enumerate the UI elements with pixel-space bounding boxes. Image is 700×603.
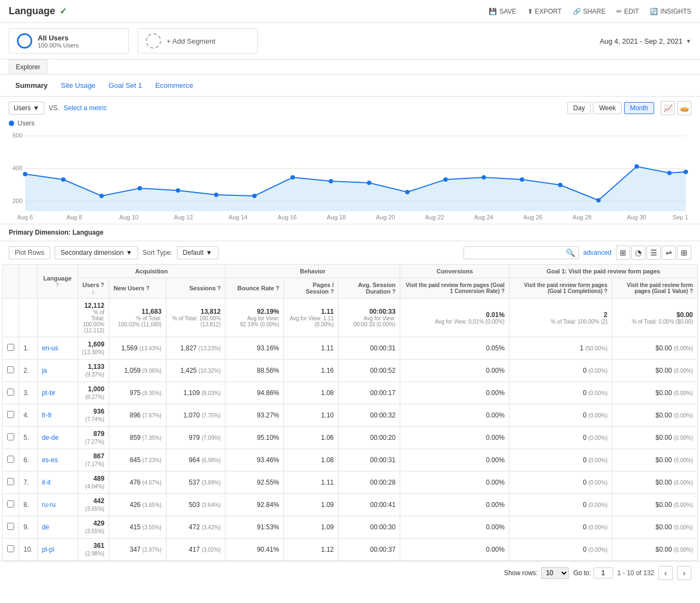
col-new-users[interactable]: New Users ? — [109, 278, 167, 298]
col-completions[interactable]: Visit the paid review form pages (Goal 1… — [509, 278, 612, 298]
tab-site-usage[interactable]: Site Usage — [54, 79, 102, 92]
lang-link[interactable]: en-us — [42, 344, 58, 352]
svg-point-23 — [634, 164, 639, 169]
col-sessions[interactable]: Sessions ? — [166, 278, 225, 298]
share-button[interactable]: 🔗 SHARE — [573, 8, 606, 15]
row-checkbox[interactable] — [7, 478, 14, 485]
tab-ecommerce[interactable]: Ecommerce — [149, 79, 199, 92]
row-checkbox[interactable] — [7, 500, 14, 508]
date-range-selector[interactable]: Aug 4, 2021 - Sep 2, 2021 ▼ — [600, 37, 691, 45]
pie-view-icon[interactable]: ◔ — [631, 246, 645, 260]
explorer-tab[interactable]: Explorer — [9, 59, 48, 74]
row-checkbox-cell[interactable] — [3, 360, 19, 382]
row-checkbox[interactable] — [7, 545, 14, 552]
search-input[interactable] — [467, 249, 566, 256]
row-pages-cell: 1.08 — [284, 449, 339, 471]
week-button[interactable]: Week — [593, 102, 621, 114]
plot-rows-button[interactable]: Plot Rows — [9, 246, 50, 259]
row-checkbox-cell[interactable] — [3, 516, 19, 539]
insights-button[interactable]: 🔄 INSIGHTS — [650, 8, 691, 15]
grid-view-icon[interactable]: ⊞ — [616, 246, 630, 260]
data-table-container: Language ? Acquisition Behavior Conversi… — [0, 264, 700, 561]
col-bounce-rate[interactable]: Bounce Rate ? — [226, 278, 284, 298]
row-conv-rate-cell: 0.05% — [400, 337, 509, 360]
export-button[interactable]: ⬆ EXPORT — [527, 8, 562, 15]
lang-link[interactable]: pt-br — [42, 389, 56, 397]
tab-goal-set-1[interactable]: Goal Set 1 — [102, 79, 149, 92]
pie-chart-icon[interactable]: 🥧 — [677, 101, 691, 115]
row-checkbox-cell[interactable] — [3, 471, 19, 494]
row-completions-cell: 0 (0.00%) — [509, 360, 612, 382]
row-checkbox-cell[interactable] — [3, 427, 19, 449]
totals-duration-cell: 00:00:33 Avg for View: 00:00:33 (0.00%) — [339, 298, 400, 337]
col-value[interactable]: Visit the paid review form pages (Goal 1… — [612, 278, 698, 298]
table-row: 5. de-de 879 (7.27%) 859 (7.35%) 979 (7.… — [3, 427, 698, 449]
next-page-button[interactable]: › — [677, 566, 691, 580]
add-segment-button[interactable]: + Add Segment — [138, 28, 258, 53]
lang-link[interactable]: ru-ru — [42, 501, 56, 509]
row-checkbox[interactable] — [7, 456, 14, 463]
lang-link[interactable]: de-de — [42, 434, 59, 441]
row-lang-cell: en-us — [37, 337, 78, 360]
row-checkbox[interactable] — [7, 344, 14, 351]
row-users-cell: 429 (3.55%) — [78, 516, 109, 539]
month-button[interactable]: Month — [624, 102, 654, 114]
prev-page-button[interactable]: ‹ — [659, 566, 673, 580]
col-avg-duration[interactable]: Avg. Session Duration ? — [339, 278, 400, 298]
row-sessions-cell: 964 (6.98%) — [166, 449, 225, 471]
row-duration-cell: 00:00:20 — [339, 427, 400, 449]
edit-button[interactable]: ✏ EDIT — [616, 8, 639, 15]
day-button[interactable]: Day — [567, 102, 591, 114]
row-checkbox[interactable] — [7, 433, 14, 440]
sort-chevron-icon: ▼ — [206, 249, 212, 256]
lang-link[interactable]: ja — [42, 367, 47, 374]
row-checkbox-cell[interactable] — [3, 449, 19, 471]
row-checkbox-cell[interactable] — [3, 382, 19, 404]
svg-text:600: 600 — [13, 132, 22, 139]
col-header-num — [19, 265, 38, 298]
row-users-cell: 936 (7.74%) — [78, 404, 109, 427]
table-search-box[interactable]: 🔍 — [464, 246, 579, 259]
sort-type-dropdown[interactable]: Default ▼ — [177, 246, 218, 259]
row-checkbox[interactable] — [7, 389, 14, 396]
lang-link[interactable]: de — [42, 523, 49, 531]
row-checkbox[interactable] — [7, 523, 14, 530]
tab-summary[interactable]: Summary — [9, 79, 54, 92]
row-lang-cell: ru-ru — [37, 494, 78, 516]
segment-all-users[interactable]: All Users 100.00% Users — [9, 28, 129, 53]
metric-dropdown[interactable]: Users ▼ — [9, 102, 44, 115]
save-button[interactable]: 💾 SAVE — [489, 8, 516, 15]
row-checkbox-cell[interactable] — [3, 494, 19, 516]
chart-container: Users 600 400 200 Aug 6 — [0, 120, 700, 224]
col-pages-session[interactable]: Pages / Session ? — [284, 278, 339, 298]
pivot-view-icon[interactable]: ⊞ — [677, 246, 691, 260]
svg-point-16 — [367, 181, 371, 185]
row-number-cell: 5. — [19, 427, 38, 449]
row-checkbox-cell[interactable] — [3, 539, 19, 561]
compare-view-icon[interactable]: ⇌ — [662, 246, 676, 260]
chart-metric-label: Users — [9, 120, 691, 127]
goto-input[interactable] — [594, 568, 613, 578]
lang-link[interactable]: pl-pl — [42, 546, 55, 553]
lang-link[interactable]: fr-fr — [42, 411, 52, 419]
list-view-icon[interactable]: ☰ — [646, 246, 661, 260]
line-chart-icon[interactable]: 📈 — [661, 101, 675, 115]
row-checkbox[interactable] — [7, 366, 14, 373]
row-checkbox[interactable] — [7, 411, 14, 418]
col-users[interactable]: Users ? ↓ — [78, 278, 109, 298]
lang-link[interactable]: es-es — [42, 456, 58, 464]
row-checkbox-cell[interactable] — [3, 337, 19, 360]
row-new-users-cell: 896 (7.67%) — [109, 404, 167, 427]
col-conv-rate[interactable]: Visit the paid review form pages (Goal 1… — [400, 278, 509, 298]
row-new-users-cell: 975 (8.35%) — [109, 382, 167, 404]
row-new-users-cell: 859 (7.35%) — [109, 427, 167, 449]
secondary-dimension-dropdown[interactable]: Secondary dimension ▼ — [55, 246, 138, 259]
select-metric-link[interactable]: Select a metric — [64, 104, 107, 112]
goto-label: Go to: — [573, 569, 591, 577]
advanced-link[interactable]: advanced — [583, 249, 612, 256]
row-sessions-cell: 1,827 (13.23%) — [166, 337, 225, 360]
save-label: SAVE — [499, 8, 516, 15]
lang-link[interactable]: it-it — [42, 479, 51, 486]
rows-per-page-select[interactable]: 10 25 50 100 — [541, 567, 569, 579]
row-checkbox-cell[interactable] — [3, 404, 19, 427]
